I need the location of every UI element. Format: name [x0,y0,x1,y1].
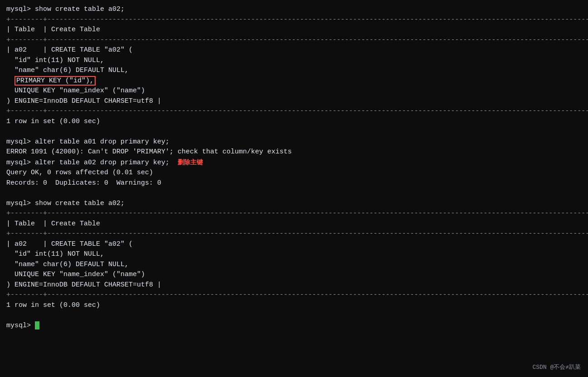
blank-1 [6,127,582,137]
result-3: Records: 0 Duplicates: 0 Warnings: 0 [6,178,582,189]
table-row-highlight: PRIMARY KEY ("id"), [6,76,582,86]
table-header-1: | Table | Create Table | [6,25,582,35]
line-20: mysql> show create table a02; [6,199,582,209]
table-row-1: | a02 | CREATE TABLE "a02" ( [6,45,582,56]
mysql-prompt: mysql> [6,322,35,329]
prompt-line[interactable]: mysql> [6,321,582,331]
table-row-3: "name" char(6) DEFAULT NULL, [6,66,582,76]
table-row-2: "id" int(11) NOT NULL, [6,56,582,66]
separator-4: +--------+------------------------------… [6,209,582,219]
blank-2 [6,188,582,199]
table-row-10: ) ENGINE=InnoDB DEFAULT CHARSET=utf8 | [6,280,582,291]
table-row-6: | a02 | CREATE TABLE "a02" ( [6,239,582,250]
watermark: CSDN @不会≠趴菜 [532,363,581,372]
separator-6: +--------+------------------------------… [6,290,582,301]
annotation-delete-pk: 删除主键 [178,158,203,166]
result-2: Query OK, 0 rows affected (0.01 sec) [6,168,582,178]
separator-5: +--------+------------------------------… [6,229,582,239]
blank-3 [6,310,582,321]
table-row-4: UNIQUE KEY "name_index" ("name") [6,86,582,96]
table-row-7: "id" int(11) NOT NULL, [6,249,582,260]
terminal-cursor [35,321,39,329]
table-row-8: "name" char(6) DEFAULT NULL, [6,260,582,270]
separator-2: +--------+------------------------------… [6,35,582,46]
error-line: ERROR 1091 (42000): Can't DROP 'PRIMARY'… [6,147,582,157]
separator-1: +--------+------------------------------… [6,15,582,25]
line-16: mysql> alter table a02 drop primary key;… [6,157,582,168]
primary-key-highlight: PRIMARY KEY ("id"), [14,76,96,86]
table-row-9: UNIQUE KEY "name_index" ("name") [6,270,582,280]
separator-3: +--------+------------------------------… [6,106,582,117]
line-1: mysql> show create table a02; [6,5,582,15]
result-1: 1 row in set (0.00 sec) [6,117,582,127]
terminal: mysql> show create table a02; +--------+… [0,0,588,377]
alter-command: mysql> alter table a02 drop primary key; [6,159,169,167]
table-row-5: ) ENGINE=InnoDB DEFAULT CHARSET=utf8 | [6,96,582,107]
line-14: mysql> alter table a01 drop primary key; [6,137,582,148]
table-header-2: | Table | Create Table | [6,219,582,229]
result-4: 1 row in set (0.00 sec) [6,301,582,311]
